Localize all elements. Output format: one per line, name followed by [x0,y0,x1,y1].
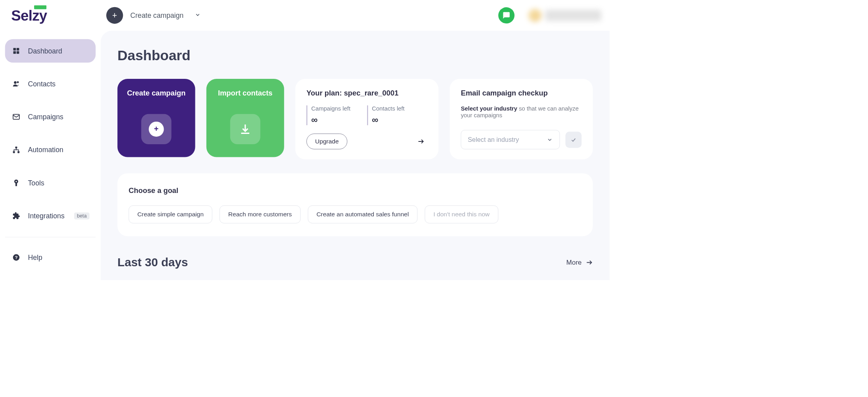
sidebar-item-label: Integrations [28,212,65,219]
sidebar-item-label: Automation [28,146,63,154]
dashboard-icon [11,46,21,56]
import-contacts-tile[interactable]: Import contacts [206,79,284,157]
sidebar: Dashboard Contacts Campaigns Automation [0,31,101,280]
chat-button[interactable] [498,7,514,23]
create-campaign-dropdown[interactable]: + Create campaign [106,7,201,24]
sidebar-item-label: Campaigns [28,113,63,121]
svg-text:?: ? [15,255,17,260]
sidebar-item-campaigns[interactable]: Campaigns [5,105,96,128]
plan-stat: Campaigns left ∞ [306,105,350,125]
chat-icon [503,11,510,19]
download-icon [239,123,251,135]
sidebar-item-automation[interactable]: Automation [5,138,96,162]
page-title: Dashboard [117,48,593,64]
sidebar-divider [5,237,96,237]
sidebar-item-label: Help [28,254,42,261]
plan-stat-label: Campaigns left [311,105,350,112]
main-content: Dashboard Create campaign + Import conta… [101,31,610,280]
create-campaign-label: Create campaign [130,11,184,19]
goal-title: Choose a goal [129,186,582,195]
create-campaign-tile-label: Create campaign [127,89,185,97]
goal-pill-simple[interactable]: Create simple campaign [129,206,212,223]
integrations-icon [11,211,21,221]
contacts-icon [11,79,21,89]
checkup-title: Email campaign checkup [461,89,582,97]
user-menu[interactable] [528,9,601,22]
automation-icon [11,145,21,155]
plus-icon: + [149,122,164,137]
plan-panel: Your plan: spec_rare_0001 Campaigns left… [295,79,438,159]
svg-rect-2 [13,51,16,54]
sidebar-item-contacts[interactable]: Contacts [5,72,96,95]
import-contacts-tile-label: Import contacts [218,89,273,97]
plan-stat: Contacts left ∞ [367,105,404,125]
sidebar-item-dashboard[interactable]: Dashboard [5,39,96,63]
plan-title: Your plan: spec_rare_0001 [306,89,427,97]
logo[interactable]: Selzy [11,7,106,24]
arrow-right-icon [585,259,593,266]
avatar [528,9,541,22]
industry-select[interactable]: Select an industry [461,130,560,149]
svg-rect-8 [13,151,15,153]
sidebar-item-label: Dashboard [28,47,62,55]
checkup-panel: Email campaign checkup Select your indus… [449,79,593,159]
beta-badge: beta [74,212,90,219]
svg-rect-7 [15,147,17,149]
plan-stat-value: ∞ [372,115,404,125]
industry-select-placeholder: Select an industry [468,136,519,143]
sidebar-item-integrations[interactable]: Integrations beta [5,204,96,227]
sidebar-item-label: Tools [28,179,44,187]
import-contacts-tile-button[interactable] [230,114,260,144]
plan-stat-label: Contacts left [372,105,404,112]
svg-point-5 [17,81,19,83]
chevron-down-icon [547,137,553,143]
check-icon [570,137,577,143]
plan-stat-value: ∞ [311,115,350,125]
create-campaign-tile[interactable]: Create campaign + [117,79,195,157]
tools-icon [11,178,21,188]
more-link-label: More [566,259,582,267]
arrow-right-icon [417,138,424,145]
plus-icon: + [106,7,123,24]
svg-point-4 [14,81,17,84]
svg-rect-0 [13,48,16,51]
create-campaign-tile-button[interactable]: + [141,114,171,144]
campaigns-icon [11,112,21,122]
plan-next-button[interactable] [415,135,427,148]
industry-confirm-button[interactable] [566,132,582,148]
goal-pill-skip[interactable]: I don't need this now [425,206,499,223]
checkup-description: Select your industry so that we can anal… [461,105,582,119]
sidebar-item-help[interactable]: ? Help [5,246,96,269]
chevron-down-icon [195,12,201,19]
svg-rect-1 [17,48,19,51]
upgrade-button[interactable]: Upgrade [306,134,347,149]
goal-pill-funnel[interactable]: Create an automated sales funnel [308,206,418,223]
sidebar-item-label: Contacts [28,80,56,88]
last30-title: Last 30 days [117,256,188,269]
goal-panel: Choose a goal Create simple campaign Rea… [117,173,593,236]
sidebar-item-tools[interactable]: Tools [5,171,96,195]
svg-rect-3 [17,51,19,54]
help-icon: ? [11,252,21,262]
goal-pill-reach[interactable]: Reach more customers [220,206,300,223]
more-link[interactable]: More [566,259,593,267]
svg-rect-9 [17,151,19,153]
